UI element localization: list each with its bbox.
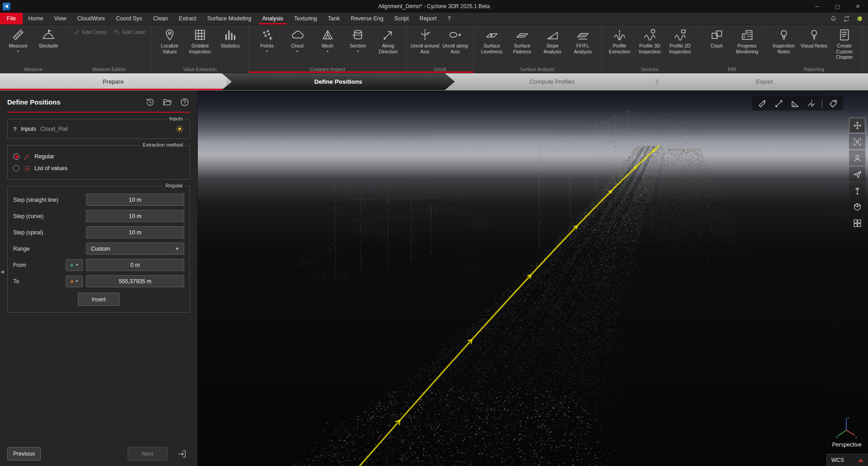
menu-surface-modeling[interactable]: Surface Modeling — [202, 13, 257, 24]
measure-section-tool-button[interactable] — [804, 97, 819, 109]
account-status-button[interactable] — [854, 14, 864, 24]
ribbon-button-cloud[interactable]: Cloud▾ — [282, 26, 312, 53]
measure-angle-button[interactable] — [787, 97, 802, 109]
insert-button[interactable]: Insert — [78, 293, 119, 306]
ribbon-button-gridded-inspection[interactable]: Gridded Inspection — [185, 26, 215, 54]
from-marker-style-picker[interactable]: +▼ — [66, 259, 83, 271]
menu-view[interactable]: View — [49, 13, 72, 24]
highlight-input-button[interactable] — [175, 124, 184, 133]
range-select[interactable]: Custom▼ — [86, 243, 184, 255]
ribbon-button-clash[interactable]: Clash — [702, 26, 732, 49]
ribbon-button-edit-label[interactable]: Edit Label — [110, 27, 148, 37]
step-curve-input[interactable] — [86, 210, 184, 222]
menu-script[interactable]: Script — [389, 13, 414, 24]
menu-help[interactable]: ? — [442, 13, 456, 24]
ribbon-button-section[interactable]: Section▾ — [343, 26, 373, 53]
radio-list-of-values[interactable]: List of values — [13, 162, 184, 174]
measure-angle-icon — [791, 99, 800, 108]
caret-down-icon: ▼ — [75, 263, 79, 267]
step-spiral-input[interactable] — [86, 226, 184, 238]
notifications-bell-button[interactable] — [828, 14, 838, 24]
parameter-row-range: RangeCustom▼ — [13, 242, 184, 255]
menu-file[interactable]: File — [0, 13, 23, 24]
close-button[interactable]: ✕ — [848, 0, 868, 13]
fly-mode-button[interactable] — [849, 166, 865, 182]
maximize-button[interactable]: ▢ — [827, 0, 848, 13]
to-marker-style-picker[interactable]: +▼ — [66, 276, 83, 287]
ribbon-button-unroll-around-axis[interactable]: Unroll around Axis — [410, 26, 440, 54]
menu-clean[interactable]: Clean — [148, 13, 173, 24]
minimize-button[interactable]: ─ — [807, 0, 827, 13]
ribbon-button-visual-notes[interactable]: Visual Notes — [799, 26, 829, 49]
orbit-button[interactable] — [849, 118, 865, 133]
ribbon-button-localize-values[interactable]: Localize Values — [155, 26, 185, 54]
next-button[interactable]: Next — [128, 447, 167, 461]
ribbon-button-surface-flatness[interactable]: Surface Flatness — [507, 26, 537, 54]
parameter-row-to: To+▼ — [13, 275, 184, 288]
walk-mode-button[interactable] — [849, 183, 865, 198]
ribbon-group-label: Measure Edition — [67, 67, 151, 72]
measure-icon — [11, 28, 25, 42]
ribbon-button-label: Inspection Notes — [769, 43, 799, 54]
exit-command-button[interactable] — [174, 447, 190, 461]
wizard-step-define-positions[interactable]: Define Positions — [222, 73, 455, 90]
stockpile-icon — [42, 28, 55, 42]
ribbon-button-edit-colors[interactable]: Edit Colors — [70, 27, 110, 37]
inputs-value[interactable]: Cloud_Rail — [40, 126, 68, 132]
menu-texturing[interactable]: Texturing — [289, 13, 323, 24]
radio-label: Regular — [34, 153, 54, 160]
menu-home[interactable]: Home — [23, 13, 48, 24]
radio-regular[interactable]: Regular — [13, 151, 184, 162]
ribbon-button-profile-extraction[interactable]: Profile Extraction — [605, 26, 634, 54]
ribbon-button-unroll-along-axis[interactable]: Unroll along Axis — [440, 26, 470, 54]
menu-report[interactable]: Report — [414, 13, 442, 24]
help-button[interactable] — [179, 96, 190, 108]
previous-button[interactable]: Previous — [7, 447, 41, 461]
ribbon-button-points[interactable]: Points▾ — [252, 26, 282, 53]
step-straight-line-input[interactable] — [86, 194, 184, 206]
from-input[interactable] — [86, 259, 184, 271]
ribbon-button-along-direction[interactable]: Along Direction — [373, 26, 403, 54]
ribbon-group-measure-edition: Edit ColorsEdit LabelMeasure Edition — [67, 25, 152, 73]
ribbon-button-profile-2d-inspection[interactable]: Profile 2D Inspection — [665, 26, 695, 54]
first-person-button[interactable] — [849, 150, 865, 166]
menu-extract[interactable]: Extract — [173, 13, 202, 24]
ribbon-button-slope-analysis[interactable]: Slope Analysis — [538, 26, 568, 54]
reset-params-button[interactable] — [144, 96, 156, 108]
view-cube-button[interactable] — [849, 199, 865, 214]
wizard-step-prepare[interactable]: Prepare — [0, 73, 226, 90]
menu-reverse-eng[interactable]: Reverse Eng — [345, 13, 389, 24]
open-folder-button[interactable] — [162, 96, 173, 108]
ribbon-button-surface-levelness[interactable]: Surface Levelness — [477, 26, 507, 54]
center-target-button[interactable] — [849, 134, 865, 149]
multi-view-button[interactable] — [849, 215, 865, 231]
wizard-step-export[interactable]: Export — [661, 73, 868, 90]
menu-coord-sys[interactable]: Coord Sys — [110, 13, 148, 24]
to-input[interactable] — [86, 275, 184, 287]
sync-button[interactable] — [841, 14, 851, 24]
menu-cloudworx[interactable]: CloudWorx — [72, 13, 110, 24]
ribbon-button-label: Edit Label — [123, 29, 145, 35]
caret-down-icon: ▼ — [75, 279, 79, 283]
view-cube-icon — [853, 202, 862, 212]
wcs-selector[interactable]: WCS — [826, 454, 868, 466]
ribbon-button-statistics[interactable]: Statistics — [215, 26, 245, 49]
ribbon-button-label: Surface Flatness — [507, 43, 537, 54]
ribbon-button-profile-3d-inspection[interactable]: Profile 3D Inspection — [635, 26, 665, 54]
ribbon-button-mesh[interactable]: Mesh▾ — [313, 26, 343, 53]
measure-distance-button[interactable] — [771, 97, 786, 109]
quick-measure-button[interactable] — [755, 97, 770, 109]
menu-tank[interactable]: Tank — [322, 13, 345, 24]
wizard-step-compute-profiles[interactable]: Compute Profiles — [455, 73, 649, 90]
panel-collapse-handle[interactable]: ◀ — [0, 269, 4, 274]
menu-analysis[interactable]: Analysis — [257, 13, 289, 24]
ribbon-button-create-custom-chapter[interactable]: Create Custom Chapter — [830, 26, 859, 60]
ribbon-button-label: Profile 2D Inspection — [665, 43, 695, 54]
ribbon-button-measure[interactable]: Measure▾ — [3, 26, 33, 53]
annotation-tag-button[interactable] — [825, 97, 840, 109]
ribbon-button-inspection-notes[interactable]: Inspection Notes — [769, 26, 799, 54]
ribbon-button-ff-fl-analysis[interactable]: FF/FL Analysis — [568, 26, 598, 54]
point-cloud-canvas[interactable] — [198, 90, 868, 466]
ribbon-button-stockpile[interactable]: Stockpile — [33, 26, 63, 49]
ribbon-button-progress-monitoring[interactable]: Progress Monitoring — [732, 26, 762, 54]
